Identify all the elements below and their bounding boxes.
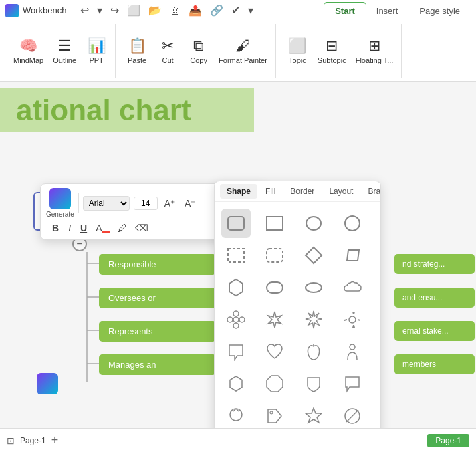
export-button[interactable]: 📤 [186,3,205,18]
svg-point-19 [227,317,233,322]
redo-button[interactable]: ↪ [108,3,122,18]
shape-hexagon2[interactable] [221,369,251,399]
ppt-button[interactable]: 📊 PPT [82,36,111,67]
node-members[interactable]: members [394,354,475,374]
node-responsible[interactable]: Responsible [99,254,216,275]
shape-cloud[interactable] [338,273,367,302]
add-page-button[interactable]: + [51,433,59,447]
shape-ornament[interactable] [221,401,251,428]
font-increase-button[interactable]: A⁺ [162,197,178,210]
shape-rounded-rect[interactable] [221,209,251,238]
save-button[interactable]: ⬜ [124,3,143,18]
svg-point-27 [270,411,273,414]
sh-tab-branch[interactable]: Branch [361,184,381,199]
outline-icon: ☰ [58,39,72,53]
node-manages[interactable]: Manages an [99,354,216,375]
sh-tab-layout[interactable]: Layout [322,184,360,199]
tab-start[interactable]: Start [324,2,366,19]
sh-tab-border[interactable]: Border [283,184,321,199]
mindmap-logo [37,373,58,394]
shape-wide-ellipse[interactable] [299,273,328,302]
shape-shield[interactable] [299,369,328,399]
title-bar: Workbench ↩ ▾ ↪ ⬜ 📂 🖨 📤 🔗 ✔ ▾ Start Inse… [0,0,476,21]
shape-gear[interactable] [338,305,367,334]
shape-star[interactable] [299,401,328,428]
shape-dashed-rect[interactable] [221,241,251,270]
page-tab-1[interactable]: Page-1 [427,434,469,447]
svg-marker-13 [229,279,243,296]
shape-circle[interactable] [338,209,367,238]
print-button[interactable]: 🖨 [167,3,183,18]
floating-topic-button[interactable]: ⊞ Floating T... [352,36,398,67]
toolbar-divider [78,193,79,213]
shape-starburst2[interactable] [299,305,328,334]
shape-speech-bubble[interactable] [338,369,367,399]
shape-dashed-rounded[interactable] [260,241,289,270]
svg-point-17 [233,311,239,316]
format-painter-button[interactable]: 🖌 Format Painter [215,36,271,67]
bottom-bar: ⊡ Page-1 + Page-1 [0,428,476,452]
svg-rect-14 [267,282,283,293]
topic-label: Topic [289,56,306,64]
svg-point-8 [345,216,360,231]
shape-diamond[interactable] [299,241,328,270]
subtopic-button[interactable]: ⊟ Subtopic [314,36,350,67]
eraser-button[interactable]: ⌫ [132,221,151,235]
shape-parallelogram[interactable] [338,241,367,270]
shape-hexagon[interactable] [221,273,251,302]
fit-screen-icon[interactable]: ⊡ [7,435,15,446]
generate-button[interactable]: Generate [46,188,74,218]
node-strategy[interactable]: nd strateg... [394,254,475,274]
shape-strikethrough[interactable] [338,401,367,428]
shape-tag[interactable] [260,401,289,428]
font-size-input[interactable] [134,197,158,210]
canvas-area[interactable]: ational chart Executive Di − Responsible… [0,82,476,428]
highlight-button[interactable]: 🖊 [115,221,130,235]
font-decrease-button[interactable]: A⁻ [182,197,198,210]
more-button[interactable]: ▾ [245,3,256,18]
paste-button[interactable]: 📋 Paste [122,36,152,67]
undo-dropdown[interactable]: ▾ [94,3,105,18]
node-ensure[interactable]: and ensu... [394,288,475,308]
outline-label: Outline [53,56,76,64]
shape-heart[interactable] [260,337,289,366]
sh-tab-fill[interactable]: Fill [259,184,282,199]
floating-topic-label: Floating T... [356,56,394,64]
shape-person[interactable] [338,337,367,366]
cut-button[interactable]: ✂ Cut [153,36,183,67]
svg-marker-21 [268,312,281,328]
font-family-select[interactable]: Arial [83,196,130,211]
shape-apple[interactable] [299,337,328,366]
italic-button[interactable]: I [65,221,74,235]
mindmap-button[interactable]: 🧠 MindMap [9,36,47,67]
shape-ellipse[interactable] [299,209,328,238]
share-button[interactable]: 🔗 [207,3,226,18]
font-color-button[interactable]: A [93,221,112,235]
sh-tab-shape[interactable]: Shape [220,184,257,199]
tab-insert[interactable]: Insert [366,3,409,19]
underline-button[interactable]: U [77,221,90,235]
bold-button[interactable]: B [49,221,62,235]
outline-button[interactable]: ☰ Outline [49,36,80,67]
check-button[interactable]: ✔ [229,3,243,18]
shape-octagon[interactable] [260,369,289,399]
cut-label: Cut [162,56,174,64]
tab-pagestyle[interactable]: Page style [408,3,471,19]
node-represents[interactable]: Represents [99,321,216,342]
svg-rect-9 [228,249,244,262]
node-oversees[interactable]: Oversees or [99,288,216,308]
shape-flower[interactable] [221,305,251,334]
open-button[interactable]: 📂 [146,3,164,18]
node-stake[interactable]: ernal stake... [394,321,475,341]
chart-title: ational chart [0,88,254,132]
shape-stadium[interactable] [260,273,289,302]
shape-rect[interactable] [260,209,289,238]
shape-callout[interactable] [221,337,251,366]
svg-point-7 [306,217,321,230]
topic-button[interactable]: ⬜ Topic [283,36,312,67]
copy-button[interactable]: ⧉ Copy [184,36,213,67]
mindmap-icon: 🧠 [19,39,37,53]
shape-starburst[interactable] [260,305,289,334]
undo-button[interactable]: ↩ [78,3,92,18]
mindmap-label: MindMap [13,56,43,64]
